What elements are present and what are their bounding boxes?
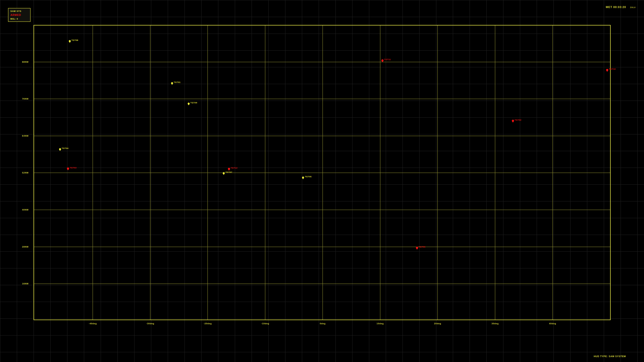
y-tick-label: 16NM	[7, 282, 28, 285]
met-time: MET 00:03:20	[606, 5, 626, 9]
track-pin-icon[interactable]	[302, 176, 304, 179]
track-label: TGT09	[190, 102, 197, 104]
x-tick-label: -20deg	[196, 322, 219, 325]
status-panel: SAM SYS ARMED MSL: 0	[8, 8, 30, 22]
x-tick-label: 20deg	[426, 322, 449, 325]
grid-hline	[34, 99, 610, 99]
system-title: SAM SYS	[10, 10, 28, 12]
y-tick-label: 88NM	[7, 61, 28, 63]
track-label: TGT04	[62, 147, 68, 149]
sam-hud-screen: { "colors": { "hud_yellow": "#d9d93c", "…	[0, 0, 644, 362]
grid-hline	[34, 173, 610, 173]
y-tick-label: 40NM	[7, 209, 28, 211]
y-tick-label: 52NM	[7, 171, 28, 174]
x-tick-label: 30deg	[483, 322, 507, 325]
track-pin-icon[interactable]	[228, 168, 230, 171]
track-pin-icon[interactable]	[416, 247, 418, 250]
x-tick-label: 10deg	[368, 322, 392, 325]
missile-count: MSL: 0	[10, 18, 28, 20]
track-label: TGT05	[305, 176, 312, 178]
track-pin-icon[interactable]	[188, 103, 190, 105]
grid-hline	[34, 247, 610, 247]
y-tick-label: 28NM	[7, 246, 28, 248]
track-label: TGT08	[72, 39, 78, 41]
armed-status: ARMED	[10, 13, 28, 16]
radar-plot	[34, 25, 611, 320]
grid-hline	[34, 136, 610, 136]
track-label: TGT11	[384, 58, 391, 60]
track-label: TGT12	[230, 167, 238, 169]
track-label: TGT10	[609, 68, 616, 70]
grid-hline	[34, 284, 610, 284]
x-tick-label: -40deg	[81, 322, 104, 325]
mission-clock: MET 00:03:20 ZULU	[606, 5, 636, 9]
track-label: TGT01	[174, 81, 180, 83]
track-pin-icon[interactable]	[606, 69, 608, 72]
grid-hline	[34, 210, 610, 210]
grid-hline	[34, 62, 610, 62]
track-label: TGT03	[70, 167, 77, 169]
track-label: TGT06	[418, 246, 426, 248]
track-pin-icon[interactable]	[67, 167, 69, 170]
x-tick-label: -10deg	[254, 322, 277, 325]
track-pin-icon[interactable]	[512, 120, 514, 122]
track-label: TGT07	[226, 171, 232, 173]
x-tick-label: 0deg	[311, 322, 334, 325]
track-pin-icon[interactable]	[59, 148, 61, 151]
track-pin-icon[interactable]	[171, 82, 173, 85]
track-label: TGT02	[514, 119, 522, 121]
x-tick-label: 40deg	[541, 322, 564, 325]
hud-type-label: HUD TYPE: SAM SYSTEM	[594, 355, 626, 358]
track-pin-icon[interactable]	[381, 59, 384, 62]
y-tick-label: 76NM	[7, 97, 28, 100]
x-tick-label: -30deg	[138, 322, 162, 325]
y-tick-label: 64NM	[7, 135, 28, 137]
zulu-label: ZULU	[630, 6, 636, 8]
track-pin-icon[interactable]	[69, 40, 71, 43]
track-pin-icon[interactable]	[223, 172, 225, 175]
